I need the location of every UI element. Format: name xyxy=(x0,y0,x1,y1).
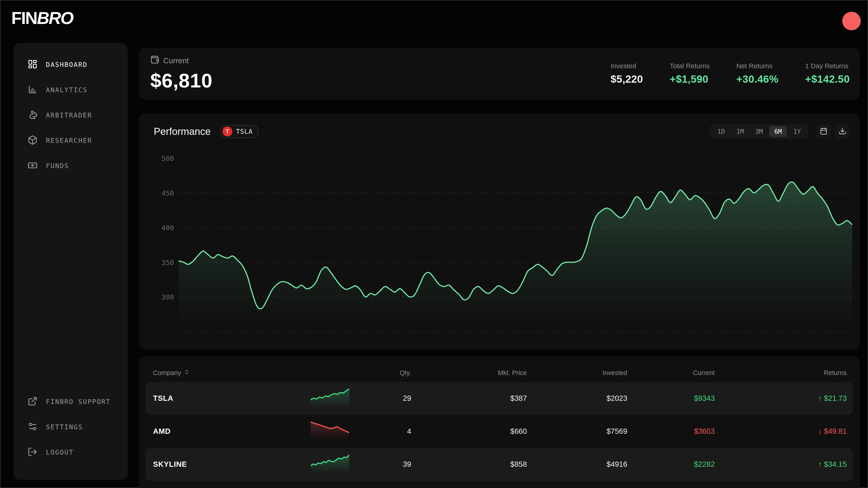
cell-qty: 39 xyxy=(350,460,411,468)
sidebar-item-support[interactable]: FINBRO SUPPORT xyxy=(13,394,128,410)
banknote-icon xyxy=(28,160,37,171)
box-icon xyxy=(28,135,37,146)
cell-returns: ↑ $21.73 xyxy=(715,394,847,402)
sort-icon xyxy=(184,369,190,377)
current-value: $6,810 xyxy=(150,69,213,92)
stat-invested: Invested $5,220 xyxy=(611,62,643,85)
y-tick-label: 350 xyxy=(151,258,174,267)
holdings-card: Company Qty. Mkt. Price Invested Current… xyxy=(139,356,860,488)
sidebar-item-label: LOGOUT xyxy=(46,449,74,456)
column-current: Current xyxy=(627,369,715,377)
stat-value: $5,220 xyxy=(611,73,643,85)
y-tick-label: 450 xyxy=(151,189,174,197)
stat-value: +$142.50 xyxy=(805,73,850,85)
cell-invested: $4916 xyxy=(527,460,627,468)
cell-current: $9343 xyxy=(627,394,715,402)
analytics-icon xyxy=(28,85,37,95)
performance-chart[interactable] xyxy=(179,158,852,339)
range-1d[interactable]: 1D xyxy=(712,126,730,137)
stat-value: +$1,590 xyxy=(670,73,710,85)
ticker-logo: T xyxy=(222,127,232,136)
y-tick-label: 300 xyxy=(151,293,174,301)
main-content: Current $6,810 Invested $5,220 Total Ret… xyxy=(139,43,860,488)
sidebar-item-arbitrader[interactable]: ARBITRADER xyxy=(13,107,128,123)
wallet-icon xyxy=(150,55,159,66)
range-1m[interactable]: 1M xyxy=(731,126,749,137)
dashboard-icon xyxy=(28,59,37,70)
table-row-tsla[interactable]: TSLA 29 $387 $2023 $9343 ↑ $21.73 xyxy=(146,382,853,415)
cell-qty: 29 xyxy=(350,394,411,402)
table-row-amd[interactable]: AMD 4 $660 $7569 $3603 ↓ $49.81 xyxy=(146,415,853,448)
ticker-badge[interactable]: T TSLA xyxy=(220,125,258,138)
company-name: TSLA xyxy=(153,394,311,402)
table-header: Company Qty. Mkt. Price Invested Current… xyxy=(146,364,853,382)
column-company[interactable]: Company xyxy=(153,369,311,377)
app-window: FINBRO DASHBOARD ANALYTICS ARBITRADER RE… xyxy=(0,0,868,488)
download-icon xyxy=(839,127,846,136)
sidebar-item-label: ANALYTICS xyxy=(46,86,88,94)
ticker-name: TSLA xyxy=(236,128,253,135)
current-block: Current $6,810 xyxy=(150,55,213,92)
download-button[interactable] xyxy=(835,125,849,138)
logout-icon xyxy=(28,447,37,458)
external-link-icon xyxy=(28,396,37,407)
sparkline-amd xyxy=(311,415,350,448)
avatar[interactable] xyxy=(842,12,861,30)
cell-mkt: $858 xyxy=(411,460,527,468)
sidebar-item-dashboard[interactable]: DASHBOARD xyxy=(13,57,128,73)
calendar-icon xyxy=(820,127,828,136)
sidebar-item-logout[interactable]: LOGOUT xyxy=(13,444,128,460)
logo-bro: BRO xyxy=(37,8,73,28)
sidebar-item-analytics[interactable]: ANALYTICS xyxy=(13,82,128,98)
sidebar-item-label: FINBRO SUPPORT xyxy=(46,398,111,405)
column-mkt-price: Mkt. Price xyxy=(411,369,527,377)
cell-qty: 4 xyxy=(350,427,411,435)
sidebar-item-researcher[interactable]: RESEARCHER xyxy=(13,132,128,149)
sidebar-item-label: ARBITRADER xyxy=(46,111,92,119)
range-3m[interactable]: 3M xyxy=(750,126,768,137)
sidebar: DASHBOARD ANALYTICS ARBITRADER RESEARCHE… xyxy=(13,43,128,480)
summary-stats: Invested $5,220 Total Returns +$1,590 Ne… xyxy=(611,62,850,85)
cell-invested: $2023 xyxy=(527,394,627,402)
y-tick-label: 400 xyxy=(151,224,174,232)
stat-net-returns: Net Returns +30.46% xyxy=(736,62,778,85)
column-invested: Invested xyxy=(527,369,627,377)
sidebar-item-label: RESEARCHER xyxy=(46,137,92,144)
company-name: SKYLINE xyxy=(153,460,311,468)
column-qty: Qty. xyxy=(350,369,411,377)
sidebar-item-label: FUNDS xyxy=(46,162,69,170)
stat-total-returns: Total Returns +$1,590 xyxy=(670,62,710,85)
column-returns: Returns xyxy=(715,369,847,377)
cell-mkt: $387 xyxy=(411,394,527,402)
stat-day-returns: 1 Day Returns +$142.50 xyxy=(805,62,850,85)
company-name: AMD xyxy=(153,427,311,435)
calendar-button[interactable] xyxy=(817,125,831,138)
performance-title: Performance xyxy=(154,126,211,137)
sidebar-item-funds[interactable]: FUNDS xyxy=(13,158,128,174)
sparkline-tsla xyxy=(311,382,350,415)
cell-mkt: $660 xyxy=(411,427,527,435)
sparkline-skyline xyxy=(311,448,350,481)
table-row-skyline[interactable]: SKYLINE 39 $858 $4916 $2282 ↑ $34.15 xyxy=(146,448,853,481)
current-label: Current xyxy=(163,56,189,65)
cell-current: $3603 xyxy=(627,427,715,435)
sidebar-footer: FINBRO SUPPORT SETTINGS LOGOUT xyxy=(13,394,128,469)
sidebar-item-label: DASHBOARD xyxy=(46,61,88,68)
cell-returns: ↓ $49.81 xyxy=(715,427,847,435)
cell-returns: ↑ $34.15 xyxy=(715,460,847,468)
range-selector: 1D 1M 3M 6M 1Y xyxy=(710,125,808,138)
sliders-icon xyxy=(28,422,37,432)
stat-value: +30.46% xyxy=(736,73,778,85)
cell-invested: $7569 xyxy=(527,427,627,435)
rabbit-icon xyxy=(28,110,37,121)
sidebar-item-label: SETTINGS xyxy=(46,423,83,431)
performance-card: Performance T TSLA 1D 1M 3M 6M 1Y xyxy=(139,113,860,350)
summary-card: Current $6,810 Invested $5,220 Total Ret… xyxy=(139,48,860,100)
logo-fin: FIN xyxy=(11,8,37,28)
range-6m[interactable]: 6M xyxy=(769,126,787,137)
cell-current: $2282 xyxy=(627,460,715,468)
finbro-logo: FINBRO xyxy=(11,8,73,28)
range-1y[interactable]: 1Y xyxy=(788,126,806,137)
sidebar-item-settings[interactable]: SETTINGS xyxy=(13,419,128,435)
y-tick-label: 500 xyxy=(151,154,174,162)
